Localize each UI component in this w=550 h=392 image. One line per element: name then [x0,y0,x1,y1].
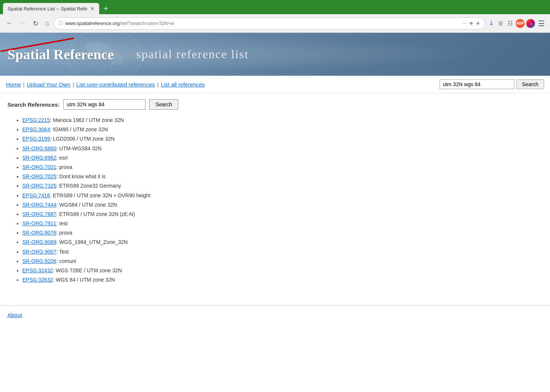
bookmark-icon[interactable]: ★ [476,21,480,26]
nav-search-button[interactable]: Search [516,79,544,89]
result-link[interactable]: EPSG:2215 [22,117,50,123]
user-contributed-link[interactable]: List user-contributed references [76,81,155,88]
active-tab[interactable]: Spatial Reference List -- Spatial Refe ✕ [3,3,99,14]
separator-1: | [23,81,25,88]
nav-links: Home | Upload Your Own | List user-contr… [6,81,205,88]
list-item: EPSG:3064: IGM95 / UTM zone 32N [22,125,543,134]
result-link[interactable]: EPSG:32632 [22,277,53,283]
tab-title: Spatial Reference List -- Spatial Refe [7,6,87,12]
nav-strip: Home | Upload Your Own | List user-contr… [0,76,550,93]
new-tab-button[interactable]: + [101,3,111,14]
main-content: Search References: Search EPSG:2215: Man… [0,93,550,291]
more-options-icon[interactable]: ⋯ [462,21,467,26]
tab-close-icon[interactable]: ✕ [90,6,95,12]
results-list: EPSG:2215: Manoca 1962 / UTM zone 32NEPS… [7,116,543,285]
search-button[interactable]: Search [149,99,178,110]
result-link[interactable]: SR-ORG:7021 [22,164,56,170]
upload-link[interactable]: Upload Your Own [27,81,70,88]
nav-search: Search [440,79,544,89]
result-link[interactable]: SR-ORG:8076 [22,230,56,236]
list-item: SR-ORG:6962: esri [22,153,543,163]
url-domain: www.spatialreference.org [65,21,120,26]
list-item: EPSG:32632: WGS 84 / UTM zone 32N [22,275,543,285]
list-item: SR-ORG:7021: prova [22,163,543,172]
result-link[interactable]: SR-ORG:7911 [22,220,56,226]
nav-search-input[interactable] [440,79,514,89]
lock-icon: ⓘ [59,20,63,26]
about-link[interactable]: About [7,312,22,318]
list-item: SR-ORG:7887: ETRS89 / UTM zone 32N (zE-N… [22,210,543,219]
forward-button[interactable]: → [17,18,28,29]
back-button[interactable]: ← [4,18,15,29]
search-input[interactable] [63,99,145,110]
result-link[interactable]: SR-ORG:6860 [22,145,56,151]
list-item: SR-ORG:8076: prova [22,228,543,238]
library-icon[interactable]: ≣ [497,18,505,28]
url-path: /ref/?search=utm+32N+w [120,21,174,26]
result-link[interactable]: SR-ORG:9206 [22,258,56,264]
list-item: SR-ORG:6860: UTM-WGS84 32N [22,144,543,153]
list-item: SR-ORG:9206: comuni [22,257,543,266]
page-subtitle: spatial reference list [136,47,249,61]
list-all-link[interactable]: List all references [161,81,205,88]
result-link[interactable]: EPSG:3064 [22,126,50,132]
browser-chrome: Spatial Reference List -- Spatial Refe ✕… [0,0,550,33]
refresh-button[interactable]: ↻ [31,18,41,29]
result-link[interactable]: EPSG:7416 [22,192,50,198]
address-bar[interactable]: ⓘ www.spatialreference.org/ref/?search=u… [54,18,485,29]
list-item: SR-ORG:7325: ETRS89 Zone32 Germany [22,181,543,191]
site-title: Spatial Reference [7,46,114,63]
result-link[interactable]: SR-ORG:7025 [22,173,56,179]
list-item: SR-ORG:8089: WGS_1984_UTM_Zone_32N [22,238,543,247]
nav-actions: ⇓ ≣ ☷ ABP ○ ☰ [487,18,546,29]
list-item: SR-ORG:7444: WGS84 / UTM zone 32N [22,200,543,210]
url-text: www.spatialreference.org/ref/?search=utm… [65,21,460,26]
list-item: EPSG:32432: WGS 72BE / UTM zone 32N [22,266,543,275]
separator-3: | [157,81,159,88]
list-item: SR-ORG:9007: Test [22,247,543,257]
result-link[interactable]: EPSG:32432 [22,267,53,273]
home-button[interactable]: ⌂ [43,18,51,29]
list-item: EPSG:2215: Manoca 1962 / UTM zone 32N [22,116,543,125]
search-row: Search References: Search [7,99,543,110]
result-link[interactable]: EPSG:3199 [22,136,50,142]
download-icon[interactable]: ⇓ [487,18,495,28]
result-link[interactable]: SR-ORG:9007 [22,249,56,255]
list-item: SR-ORG:7025: Dont know what it is [22,172,543,181]
result-link[interactable]: SR-ORG:7325 [22,183,56,189]
page-footer: About [0,305,550,324]
home-link[interactable]: Home [6,81,21,88]
menu-icon[interactable]: ☰ [537,18,546,29]
reader-view-icon[interactable]: ☷ [506,18,514,28]
firefox-icon: ○ [526,19,535,28]
separator-2: | [73,81,74,88]
list-item: EPSG:3199: LGD2006 / UTM zone 32N [22,134,543,144]
list-item: EPSG:7416: ETRS89 / UTM zone 32N + DVR90… [22,191,543,200]
site-header: Spatial Reference spatial reference list [0,33,550,76]
adblock-icon[interactable]: ABP [516,19,525,28]
list-item: SR-ORG:7911: test [22,219,543,228]
page-content: Spatial Reference spatial reference list… [0,33,550,324]
search-label: Search References: [7,101,60,108]
result-link[interactable]: SR-ORG:8089 [22,239,56,245]
result-link[interactable]: SR-ORG:7444 [22,202,56,208]
result-link[interactable]: SR-ORG:6962 [22,155,56,161]
nav-bar: ← → ↻ ⌂ ⓘ www.spatialreference.org/ref/?… [0,14,550,33]
tab-bar: Spatial Reference List -- Spatial Refe ✕… [0,0,550,14]
pocket-icon[interactable]: ❖ [469,21,474,26]
result-link[interactable]: SR-ORG:7887 [22,211,56,217]
